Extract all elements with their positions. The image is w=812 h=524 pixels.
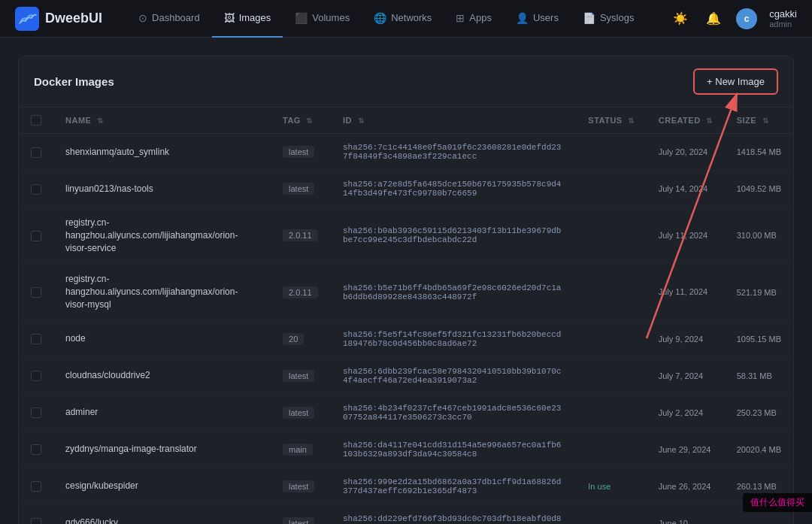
row-checkbox[interactable] <box>31 444 41 455</box>
row-created: July 14, 2024 <box>647 171 725 207</box>
nav-apps-label: Apps <box>469 12 492 23</box>
row-checkbox[interactable] <box>31 407 41 418</box>
card-header: Docker Images + New Image <box>19 56 793 108</box>
name-sort-icon: ⇅ <box>97 117 104 125</box>
nav-dashboard[interactable]: ⊙ Dashboard <box>126 0 212 38</box>
row-name: zyddnys/manga-image-translator <box>53 431 271 468</box>
nav-apps[interactable]: ⊞ Apps <box>444 0 504 38</box>
header-checkbox <box>19 108 53 134</box>
row-checkbox-cell <box>19 264 53 320</box>
header-id[interactable]: ID ⇅ <box>331 108 576 134</box>
table-row: cloudnas/clouddrive2 latest sha256:6dbb2… <box>19 357 793 394</box>
nav-volumes-label: Volumes <box>312 12 350 23</box>
nav-users-label: Users <box>533 12 559 23</box>
header-status[interactable]: STATUS ⇅ <box>576 108 646 134</box>
avatar[interactable]: c <box>736 8 757 29</box>
row-checkbox-cell <box>19 207 53 264</box>
row-size: 521.19 MB <box>725 264 793 320</box>
row-checkbox[interactable] <box>31 518 41 524</box>
row-checkbox-cell <box>19 134 53 171</box>
row-created: July 9, 2024 <box>647 320 725 357</box>
row-checkbox[interactable] <box>31 287 41 298</box>
watermark: 值什么值得买 <box>743 493 812 512</box>
row-created: July 2, 2024 <box>647 394 725 431</box>
images-icon: 🖼 <box>224 12 235 24</box>
networks-icon: 🌐 <box>374 12 386 24</box>
row-size: 310.00 MB <box>725 207 793 264</box>
header-created[interactable]: CREATED ⇅ <box>647 108 725 134</box>
nav-volumes[interactable]: ⬛ Volumes <box>283 0 362 38</box>
users-icon: 👤 <box>516 12 529 24</box>
table-container: NAME ⇅ TAG ⇅ ID ⇅ STATUS ⇅ CREATED ⇅ <box>19 108 793 524</box>
brand-name: DweebUI <box>45 11 102 26</box>
nav-images[interactable]: 🖼 Images <box>212 0 283 38</box>
row-checkbox[interactable] <box>31 481 41 492</box>
row-status <box>576 171 646 207</box>
volumes-icon: ⬛ <box>295 12 308 24</box>
id-sort-icon: ⇅ <box>358 117 365 125</box>
row-created: July 20, 2024 <box>647 134 725 171</box>
row-id: sha256:f5e5f14fc86ef5fd321fc13231fb6b20b… <box>331 320 576 357</box>
nav-users[interactable]: 👤 Users <box>504 0 571 38</box>
table-row: shenxianmq/auto_symlink latest sha256:7c… <box>19 134 793 171</box>
row-size: 250.23 MB <box>725 394 793 431</box>
header-name[interactable]: NAME ⇅ <box>53 108 271 134</box>
table-row: gdy666/lucky latest sha256:dd229efd766f3… <box>19 504 793 524</box>
table-row: registry.cn-hangzhou.aliyuncs.com/lijiah… <box>19 264 793 320</box>
row-name: registry.cn-hangzhou.aliyuncs.com/lijiah… <box>53 207 271 264</box>
row-created: June 10, <box>647 504 725 524</box>
row-tag: latest <box>271 394 331 431</box>
new-image-button[interactable]: + New Image <box>693 68 778 95</box>
theme-toggle-button[interactable]: ☀️ <box>670 8 691 29</box>
row-tag: latest <box>271 357 331 394</box>
row-size: 58.31 MB <box>725 357 793 394</box>
nav-syslogs-label: Syslogs <box>600 12 635 23</box>
row-checkbox[interactable] <box>31 231 41 241</box>
table-header: NAME ⇅ TAG ⇅ ID ⇅ STATUS ⇅ CREATED ⇅ <box>19 108 793 134</box>
row-status <box>576 134 646 171</box>
header-size[interactable]: SIZE ⇅ <box>725 108 793 134</box>
row-status <box>576 394 646 431</box>
row-checkbox[interactable] <box>31 147 41 158</box>
row-tag: latest <box>271 134 331 171</box>
row-id: sha256:a72e8d5fa6485dce150b676175935b578… <box>331 171 576 207</box>
nav-networks[interactable]: 🌐 Networks <box>362 0 444 38</box>
row-checkbox[interactable] <box>31 334 41 344</box>
row-checkbox-cell <box>19 504 53 524</box>
row-id: sha256:dd229efd766f3bd93dc0c703dfb18eabf… <box>331 504 576 524</box>
row-checkbox[interactable] <box>31 184 41 195</box>
row-id: sha256:b0ab3936c59115d6213403f13b11be396… <box>331 207 576 264</box>
row-size: 20020.4 MB <box>725 431 793 468</box>
row-name: node <box>53 320 271 357</box>
page-title: Docker Images <box>34 75 114 88</box>
status-badge: In use <box>588 482 611 491</box>
row-created: July 7, 2024 <box>647 357 725 394</box>
user-info: cgakki admin <box>769 8 797 29</box>
row-id: sha256:7c1c44148e0f5a019f6c23608281e0def… <box>331 134 576 171</box>
nav-networks-label: Networks <box>391 12 432 23</box>
row-tag: 2.0.11 <box>271 207 331 264</box>
nav-syslogs[interactable]: 📄 Syslogs <box>571 0 647 38</box>
status-sort-icon: ⇅ <box>628 117 635 125</box>
row-status <box>576 357 646 394</box>
brand[interactable]: DweebUI <box>15 7 102 31</box>
header-tag[interactable]: TAG ⇅ <box>271 108 331 134</box>
row-tag: main <box>271 431 331 468</box>
row-checkbox-cell <box>19 357 53 394</box>
nav-dashboard-label: Dashboard <box>152 12 200 23</box>
table-row: adminer latest sha256:4b234f0237cfe467ce… <box>19 394 793 431</box>
row-name: linyuan0213/nas-tools <box>53 171 271 207</box>
notifications-button[interactable]: 🔔 <box>703 8 724 29</box>
row-size: 1049.52 MB <box>725 171 793 207</box>
row-checkbox[interactable] <box>31 371 41 381</box>
select-all-checkbox[interactable] <box>31 115 41 126</box>
navbar-right: ☀️ 🔔 c cgakki admin <box>670 8 797 29</box>
row-name: gdy666/lucky <box>53 504 271 524</box>
row-checkbox-cell <box>19 171 53 207</box>
row-tag: 2.0.11 <box>271 264 331 320</box>
row-status <box>576 431 646 468</box>
table-row: cesign/kubespider latest sha256:999e2d2a… <box>19 468 793 504</box>
table-row: node 20 sha256:f5e5f14fc86ef5fd321fc1323… <box>19 320 793 357</box>
row-id: sha256:da4117e041cdd31d154a5e996a657ec0a… <box>331 431 576 468</box>
row-tag: latest <box>271 468 331 504</box>
